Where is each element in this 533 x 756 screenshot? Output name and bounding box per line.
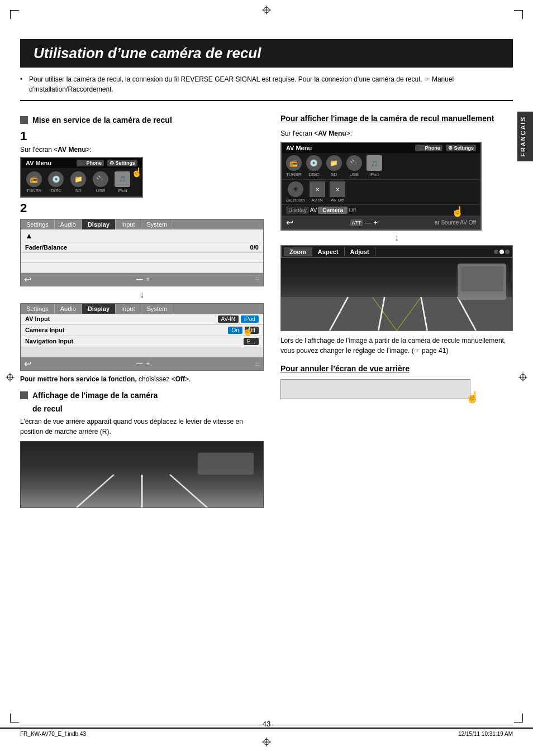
camera-image-right [281,258,512,331]
av-lg-row1: 📻TUNER 💿DISC 📁SD 🔌USB 🎵iPod [282,153,480,179]
tab-display2: Display [82,304,116,314]
empty-row3 [21,347,263,357]
av-icon-usb: 🔌 USB [93,171,108,193]
corner-tr [514,10,523,19]
section3-header: Pour afficher l'image de la caméra de re… [280,113,513,125]
arrow-down1: ↓ [54,290,230,300]
av-lg-row2: ✳ Bluetooth ✕ AV IN ✕ AV Off [282,179,480,204]
tab-system2: System [141,304,174,314]
camera-image-left [20,441,264,508]
settings-tabs2: Settings Audio Display Input System [21,304,263,314]
step1-desc: Sur l'écran <AV Menu>: [20,146,264,154]
fader-balance-row: Fader/Balance 0/0 [21,242,263,253]
camera-input-row: Camera Input On ☝ Off [21,325,263,336]
av-menu-lg-header: AV Menu 📞 Phone ⚙ Settings [282,143,480,153]
tab-settings2: Settings [21,304,55,314]
road-svg [21,442,263,508]
section2-desc: L’écran de vue arrière apparaît quand vo… [20,417,264,437]
nav-input-row: Navigation Input E... [21,336,263,347]
page: Utilisation d’une caméra de recul Pour u… [0,0,533,756]
step1-number: 1 [20,129,264,143]
av-icons-row: 📻 TUNER 💿 DISC 📁 SD 🔌 USB [21,168,142,197]
intro-text: Pour utiliser la caméra de recul, la con… [20,74,513,94]
footer-bar: FR_KW-AV70_E_f.indb 43 12/15/11 10:31:19… [0,728,533,739]
cancel-screen-container: ☝ [280,379,513,399]
reg-mark-left [6,373,15,384]
page-number: 43 [263,720,270,728]
tab-audio: Audio [55,219,82,229]
section-icon [20,116,28,124]
divider-top [20,100,513,101]
tab-settings: Settings [21,219,55,229]
av-menu-screen: AV Menu 📞 Phone ⚙ Settings 📻 TUNER 💿 DIS… [20,157,143,198]
right-column: Pour afficher l'image de la caméra de re… [275,109,513,513]
svg-rect-14 [202,455,249,469]
sidebar-fr: FRANÇAIS [517,112,533,161]
section3-note: Lors de l’affichage de l’image à partir … [280,336,513,356]
adjust-tab[interactable]: Adjust [345,247,375,256]
section2-header: Affichage de l'image de la caméra [20,391,264,400]
touch-hand-icon: ☝ [131,167,142,178]
settings-screen2: Settings Audio Display Input System AV I… [20,303,264,371]
corner-br [514,714,523,722]
section2-icon [20,391,28,399]
tab-input2: Input [116,304,141,314]
empty-row2 [21,263,263,273]
av-icon-tuner: 📻 TUNER [26,171,42,193]
page-title: Utilisation d’une caméra de recul [20,39,513,68]
av-input-row: AV Input AV-IN iPod [21,314,263,325]
cancel-screen [280,379,470,399]
touch-hand3: ☝ [451,205,464,218]
av-menu-screen-lg: AV Menu 📞 Phone ⚙ Settings 📻TUNER 💿DISC … [280,142,482,231]
settings-tabs1: Settings Audio Display Input System [21,219,263,229]
section3-subtitle: Sur l'écran <AV Menu>: [280,128,513,138]
reg-mark-top [262,6,271,16]
empty-row1 [21,253,263,263]
corner-tl [10,10,19,19]
settings-screen1: Settings Audio Display Input System ▲ Fa… [20,219,264,286]
section2-title-cont: de recul [32,404,264,413]
section4-header: Pour annuler l’écran de vue arrière [280,363,513,375]
footer-left-text: FR_KW-AV70_E_f.indb 43 [20,731,86,737]
zoom-camera-container: Zoom Aspect Adjust [280,245,513,331]
arrow-down2: ↓ [303,233,491,243]
step2-number: 2 [20,201,264,216]
tab-input: Input [116,219,141,229]
left-column: Mise en service de la caméra de recul 1 … [20,109,275,513]
av-icon-ipod: 🎵 iPod [115,171,130,193]
tab-display: Display [82,219,116,229]
av-lg-row3: Display AV Camera Off ☝ [282,204,480,216]
touch-hand2: ☝ [242,326,254,336]
touch-hand4: ☝ [465,390,479,404]
corner-bl [10,714,19,722]
svg-rect-16 [281,297,512,331]
settings-footer1: ↩ — + ☰ [21,273,263,286]
av-icon-disc: 💿 DISC [48,171,64,193]
av-header-icons: 📞 Phone ⚙ Settings [77,160,137,166]
svg-rect-22 [460,266,503,291]
reg-mark-right [518,373,527,384]
footer-right-text: 12/15/11 10:31:19 AM [458,731,513,737]
av-menu-header: AV Menu 📞 Phone ⚙ Settings [21,158,142,168]
disable-note: Pour mettre hors service la fonction, ch… [20,374,264,384]
zoom-bar: Zoom Aspect Adjust [281,246,512,258]
zoom-indicator [494,250,510,254]
zoom-tab[interactable]: Zoom [284,247,312,256]
settings-footer2: ↩ — + ☰ [21,357,263,370]
aspect-tab[interactable]: Aspect [312,247,345,256]
tab-system: System [141,219,174,229]
av-icon-sd: 📁 SD [70,171,86,193]
tab-audio2: Audio [55,304,82,314]
section1-header: Mise en service de la caméra de recul [20,116,264,125]
av-lg-footer: ↩ ATT — + ar Source AV Off [282,216,480,229]
settings-up-arrow: ▲ [21,229,263,242]
